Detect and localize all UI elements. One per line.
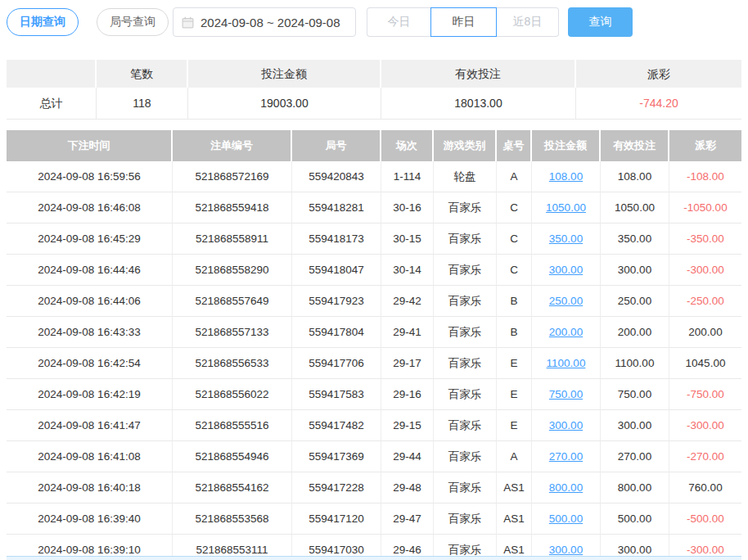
summary-total-row: 总计 118 19003.00 18013.00 -744.20: [7, 88, 741, 120]
cell-bet-amount: 300.00: [532, 410, 601, 441]
cell-bet-amount: 270.00: [532, 441, 601, 472]
bet-amount-link[interactable]: 800.00: [549, 481, 583, 494]
bets-table-body: 2024-09-08 16:59:56521868572169559420843…: [7, 161, 741, 560]
cell-bet-amount: 1050.00: [532, 192, 601, 224]
quick-8days-button[interactable]: 近8日: [497, 7, 559, 37]
cell-valid-bet: 300.00: [601, 410, 669, 441]
cell-table-number: AS1: [497, 472, 532, 504]
cell-order-number: 521868559418: [173, 192, 292, 224]
cell-payout: 1045.00: [669, 348, 741, 379]
summary-header-bet-amount: 投注金额: [188, 60, 381, 88]
column-header-payout: 派彩: [669, 130, 741, 161]
cell-bet-amount: 500.00: [532, 504, 601, 535]
cell-game-type: 百家乐: [434, 472, 497, 504]
next-row-highlight: [7, 556, 741, 560]
cell-session: 29-41: [381, 317, 434, 348]
cell-round-number: 559418281: [292, 192, 381, 224]
bet-amount-link[interactable]: 270.00: [549, 450, 583, 463]
cell-valid-bet: 250.00: [601, 286, 669, 317]
table-row: 2024-09-08 16:43:33521868557133559417804…: [7, 317, 741, 348]
bet-amount-link[interactable]: 250.00: [549, 295, 583, 307]
table-row: 2024-09-08 16:42:19521868556022559417583…: [7, 379, 741, 410]
cell-order-number: 521868554162: [173, 472, 292, 504]
round-query-tab[interactable]: 局号查询: [97, 8, 169, 36]
summary-total-valid-bet: 18013.00: [381, 88, 576, 120]
bet-amount-link[interactable]: 300.00: [549, 264, 583, 276]
cell-round-number: 559417804: [292, 317, 381, 348]
cell-order-number: 521868556022: [173, 379, 292, 410]
date-query-tab[interactable]: 日期查询: [7, 8, 79, 36]
column-header-session: 场次: [381, 130, 434, 161]
cell-table-number: AS1: [497, 504, 532, 535]
cell-table-number: C: [497, 192, 532, 224]
cell-payout: -108.00: [669, 161, 741, 192]
cell-table-number: B: [497, 317, 532, 348]
cell-order-number: 521868557649: [173, 286, 292, 317]
column-header-round-number: 局号: [292, 130, 381, 161]
page: 日期查询 局号查询 2024-09-08 ~ 2024-09-08 今日 昨日 …: [0, 0, 748, 560]
cell-valid-bet: 108.00: [601, 161, 669, 192]
table-row: 2024-09-08 16:41:47521868555516559417482…: [7, 410, 741, 441]
column-header-game-type: 游戏类别: [434, 130, 497, 161]
cell-payout: -300.00: [669, 410, 741, 441]
search-button[interactable]: 查询: [568, 7, 633, 37]
cell-session: 30-15: [381, 224, 434, 255]
cell-round-number: 559418047: [292, 255, 381, 286]
cell-session: 29-47: [381, 504, 434, 535]
cell-order-number: 521868555516: [173, 410, 292, 441]
cell-bet-time: 2024-09-08 16:59:56: [7, 161, 173, 192]
summary-total-label: 总计: [7, 88, 97, 120]
cell-session: 29-15: [381, 410, 434, 441]
bet-amount-link[interactable]: 1100.00: [547, 357, 586, 369]
column-header-table-number: 桌号: [497, 130, 532, 161]
table-row: 2024-09-08 16:40:18521868554162559417228…: [7, 472, 741, 504]
quick-today-button[interactable]: 今日: [367, 7, 430, 37]
bet-amount-link[interactable]: 500.00: [549, 513, 583, 525]
date-range-input[interactable]: 2024-09-08 ~ 2024-09-08: [173, 7, 356, 37]
bet-amount-link[interactable]: 200.00: [549, 326, 583, 338]
cell-valid-bet: 800.00: [601, 472, 669, 504]
cell-bet-amount: 300.00: [532, 255, 601, 286]
bet-amount-link[interactable]: 300.00: [549, 419, 583, 431]
bet-amount-link[interactable]: 350.00: [549, 233, 583, 245]
cell-game-type: 百家乐: [434, 504, 497, 535]
cell-bet-time: 2024-09-08 16:42:54: [7, 348, 173, 379]
cell-session: 1-114: [381, 161, 434, 192]
cell-table-number: E: [497, 410, 532, 441]
summary-header-row: 笔数 投注金额 有效投注 派彩: [7, 60, 741, 88]
summary-table: 笔数 投注金额 有效投注 派彩 总计 118 19003.00 18013.00…: [7, 60, 741, 120]
cell-game-type: 百家乐: [434, 410, 497, 441]
cell-game-type: 百家乐: [434, 255, 497, 286]
bet-amount-link[interactable]: 750.00: [549, 388, 583, 400]
cell-round-number: 559417482: [292, 410, 381, 441]
cell-session: 29-44: [381, 441, 434, 472]
cell-session: 29-42: [381, 286, 434, 317]
cell-valid-bet: 350.00: [601, 224, 669, 255]
cell-payout: -500.00: [669, 504, 741, 535]
cell-bet-amount: 1100.00: [532, 348, 601, 379]
cell-order-number: 521868556533: [173, 348, 292, 379]
cell-game-type: 轮盘: [434, 161, 497, 192]
cell-bet-amount: 200.00: [532, 317, 601, 348]
bet-amount-link[interactable]: 1050.00: [546, 201, 586, 214]
bet-amount-link[interactable]: 300.00: [549, 544, 583, 556]
cell-valid-bet: 500.00: [601, 504, 669, 535]
cell-session: 29-16: [381, 379, 434, 410]
summary-header-valid-bet: 有效投注: [381, 60, 576, 88]
quick-yesterday-button[interactable]: 昨日: [430, 7, 497, 37]
cell-game-type: 百家乐: [434, 441, 497, 472]
cell-bet-time: 2024-09-08 16:45:29: [7, 224, 173, 255]
cell-session: 30-16: [381, 192, 434, 224]
cell-bet-amount: 750.00: [532, 379, 601, 410]
column-header-valid-bet: 有效投注: [601, 130, 669, 161]
summary-total-count: 118: [97, 88, 188, 120]
cell-valid-bet: 270.00: [601, 441, 669, 472]
cell-payout: -300.00: [669, 255, 741, 286]
cell-round-number: 559417369: [292, 441, 381, 472]
cell-round-number: 559417583: [292, 379, 381, 410]
cell-order-number: 521868553568: [173, 504, 292, 535]
cell-round-number: 559417120: [292, 504, 381, 535]
cell-round-number: 559417228: [292, 472, 381, 504]
cell-payout: -750.00: [669, 379, 741, 410]
bet-amount-link[interactable]: 108.00: [549, 170, 583, 183]
